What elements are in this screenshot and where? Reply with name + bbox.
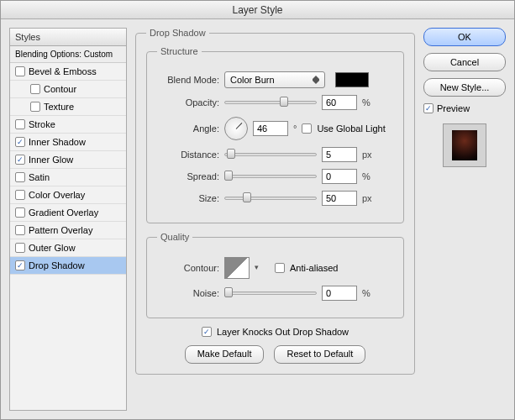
shadow-color-swatch[interactable] xyxy=(335,72,369,87)
sidebar-item-checkbox[interactable] xyxy=(15,66,25,76)
make-default-button[interactable]: Make Default xyxy=(185,345,265,364)
sidebar-item-checkbox[interactable] xyxy=(15,119,25,129)
spread-unit: % xyxy=(362,171,370,181)
angle-input[interactable] xyxy=(253,121,288,136)
sidebar-item-gradient-overlay[interactable]: Gradient Overlay xyxy=(10,204,126,222)
dialog-title: Layer Style xyxy=(1,1,514,19)
sidebar-item-satin[interactable]: Satin xyxy=(10,169,126,186)
sidebar-header[interactable]: Styles xyxy=(10,29,126,46)
preview-label: Preview xyxy=(437,103,470,113)
new-style-button[interactable]: New Style... xyxy=(423,78,506,97)
cancel-button[interactable]: Cancel xyxy=(423,53,506,71)
sidebar-item-checkbox[interactable] xyxy=(30,102,40,112)
global-light-checkbox[interactable] xyxy=(302,123,312,134)
preview-checkbox[interactable]: ✓ xyxy=(423,103,434,113)
angle-label: Angle: xyxy=(157,123,219,134)
sidebar-item-checkbox[interactable] xyxy=(15,243,25,253)
blend-mode-value: Color Burn xyxy=(230,75,275,85)
distance-label: Distance: xyxy=(157,150,219,160)
opacity-slider[interactable] xyxy=(224,96,317,109)
distance-unit: px xyxy=(362,150,372,160)
sidebar-item-drop-shadow[interactable]: ✓Drop Shadow xyxy=(10,257,126,275)
sidebar-item-outer-glow[interactable]: Outer Glow xyxy=(10,239,126,257)
structure-group: Structure Blend Mode: Color Burn Opacity… xyxy=(146,46,404,223)
sidebar-item-inner-shadow[interactable]: ✓Inner Shadow xyxy=(10,134,126,151)
panel-title: Drop Shadow xyxy=(146,28,209,38)
contour-label: Contour: xyxy=(157,263,219,273)
sidebar-item-label: Pattern Overlay xyxy=(29,225,92,235)
noise-input[interactable] xyxy=(322,286,357,301)
sidebar-item-pattern-overlay[interactable]: Pattern Overlay xyxy=(10,222,126,239)
sidebar-item-bevel-emboss[interactable]: Bevel & Emboss xyxy=(10,63,126,81)
sidebar-item-checkbox[interactable]: ✓ xyxy=(15,137,25,147)
dialog-content: Styles Blending Options: Custom Bevel & … xyxy=(1,19,514,419)
distance-slider[interactable] xyxy=(224,148,317,161)
sidebar-item-checkbox[interactable] xyxy=(30,84,40,94)
knocks-out-checkbox[interactable]: ✓ xyxy=(202,327,212,337)
structure-legend: Structure xyxy=(157,46,202,56)
angle-dial[interactable] xyxy=(224,117,248,140)
sidebar-item-label: Drop Shadow xyxy=(29,260,85,270)
sidebar-item-checkbox[interactable]: ✓ xyxy=(15,155,25,165)
reset-default-button[interactable]: Reset to Default xyxy=(274,345,365,364)
contour-picker[interactable] xyxy=(224,257,250,279)
spread-slider[interactable] xyxy=(224,170,317,183)
sidebar-item-checkbox[interactable] xyxy=(15,172,25,182)
sidebar-item-checkbox[interactable] xyxy=(15,225,25,235)
sidebar-item-label: Stroke xyxy=(29,119,55,129)
sidebar-item-label: Satin xyxy=(29,172,50,182)
size-label: Size: xyxy=(157,193,219,203)
sidebar-item-label: Color Overlay xyxy=(29,190,85,200)
sidebar-item-texture[interactable]: Texture xyxy=(10,98,126,116)
sidebar-item-label: Bevel & Emboss xyxy=(29,66,97,76)
size-input[interactable] xyxy=(322,191,357,206)
knocks-out-label: Layer Knocks Out Drop Shadow xyxy=(217,327,349,337)
size-slider[interactable] xyxy=(224,192,317,205)
ok-button[interactable]: OK xyxy=(423,28,506,46)
global-light-label: Use Global Light xyxy=(317,123,385,134)
sidebar-item-checkbox[interactable]: ✓ xyxy=(15,260,25,270)
sidebar-item-checkbox[interactable] xyxy=(15,190,25,200)
sidebar-item-contour[interactable]: Contour xyxy=(10,81,126,98)
preview-thumbnail xyxy=(443,123,486,167)
blend-mode-label: Blend Mode: xyxy=(157,75,219,85)
sidebar-item-label: Contour xyxy=(44,84,76,94)
sidebar-item-label: Gradient Overlay xyxy=(29,207,98,218)
opacity-unit: % xyxy=(362,97,370,108)
styles-sidebar: Styles Blending Options: Custom Bevel & … xyxy=(9,28,127,411)
opacity-label: Opacity: xyxy=(157,97,219,108)
spread-input[interactable] xyxy=(322,169,357,184)
effect-panel: Drop Shadow Structure Blend Mode: Color … xyxy=(135,28,415,411)
anti-aliased-checkbox[interactable] xyxy=(275,263,285,273)
distance-input[interactable] xyxy=(322,147,357,162)
noise-slider[interactable] xyxy=(224,286,317,300)
anti-aliased-label: Anti-aliased xyxy=(290,263,338,273)
blend-mode-select[interactable]: Color Burn xyxy=(224,71,325,88)
noise-unit: % xyxy=(362,288,370,298)
size-unit: px xyxy=(362,193,372,203)
noise-label: Noise: xyxy=(157,288,219,298)
spread-label: Spread: xyxy=(157,171,219,181)
quality-legend: Quality xyxy=(157,232,192,242)
layer-style-dialog: Layer Style Styles Blending Options: Cus… xyxy=(0,0,515,420)
sidebar-item-color-overlay[interactable]: Color Overlay xyxy=(10,186,126,204)
sidebar-item-label: Outer Glow xyxy=(29,243,76,253)
sidebar-item-inner-glow[interactable]: ✓Inner Glow xyxy=(10,151,126,169)
sidebar-item-label: Inner Shadow xyxy=(29,137,86,147)
opacity-input[interactable] xyxy=(322,95,357,110)
angle-unit: ° xyxy=(293,123,297,134)
sidebar-item-label: Inner Glow xyxy=(29,155,73,165)
sidebar-item-checkbox[interactable] xyxy=(15,207,25,218)
sidebar-item-stroke[interactable]: Stroke xyxy=(10,116,126,134)
right-buttons: OK Cancel New Style... ✓ Preview xyxy=(423,28,506,411)
sidebar-item-label: Texture xyxy=(44,102,74,112)
drop-shadow-group: Drop Shadow Structure Blend Mode: Color … xyxy=(135,28,415,375)
quality-group: Quality Contour: Anti-aliased Noise: % xyxy=(146,232,404,318)
blending-options-row[interactable]: Blending Options: Custom xyxy=(10,46,126,63)
